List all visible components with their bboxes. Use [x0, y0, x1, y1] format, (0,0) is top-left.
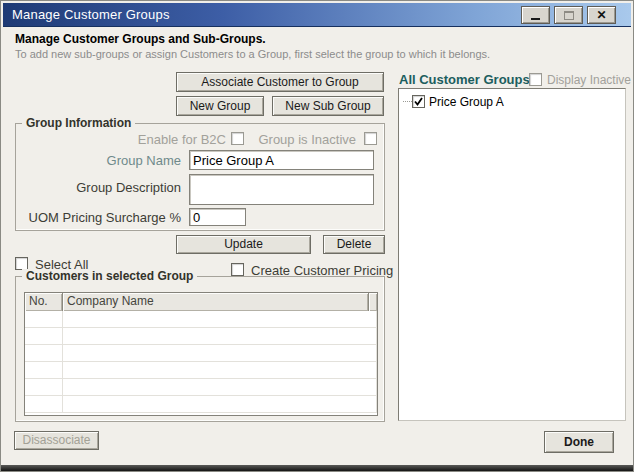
new-sub-group-button[interactable]: New Sub Group: [272, 96, 384, 116]
associate-customer-button[interactable]: Associate Customer to Group: [176, 72, 384, 92]
cell-no: [25, 328, 63, 344]
display-inactive-label: Display Inactive: [547, 73, 631, 87]
window-bottom-edge: [1, 465, 633, 471]
uom-surcharge-label: UOM Pricing Surcharge %: [19, 210, 181, 225]
table-row[interactable]: [25, 362, 377, 379]
customer-table: No. Company Name: [24, 292, 378, 416]
table-row[interactable]: [25, 379, 377, 396]
display-inactive-checkbox[interactable]: [529, 73, 542, 86]
minimize-icon: [531, 18, 540, 20]
cell-no: [25, 311, 63, 327]
tree-item-checkbox[interactable]: [412, 95, 425, 108]
group-information-legend: Group Information: [22, 116, 135, 130]
group-tree[interactable]: Price Group A: [398, 88, 626, 421]
minimize-button[interactable]: [521, 6, 550, 24]
tree-branch-line: [403, 101, 412, 102]
cell-no: [25, 396, 63, 412]
disassociate-button[interactable]: Disassociate: [14, 431, 99, 450]
cell-company-name: [63, 379, 377, 395]
delete-button[interactable]: Delete: [323, 235, 385, 254]
create-customer-pricing-checkbox[interactable]: [231, 263, 244, 276]
cell-company-name: [63, 345, 377, 361]
cell-no: [25, 362, 63, 378]
cell-company-name: [63, 396, 377, 412]
group-inactive-label: Group is Inactive: [256, 132, 356, 147]
dialog-manage-customer-groups: Manage Customer Groups ✕ Manage Customer…: [0, 0, 634, 472]
close-button[interactable]: ✕: [587, 6, 616, 24]
window-title: Manage Customer Groups: [12, 7, 170, 22]
table-row[interactable]: [25, 345, 377, 362]
all-customer-groups-title: All Customer Groups: [399, 72, 530, 87]
done-button[interactable]: Done: [544, 431, 614, 453]
page-title: Manage Customer Groups and Sub-Groups.: [15, 32, 266, 46]
cell-company-name: [63, 362, 377, 378]
customers-legend: Customers in selected Group: [22, 269, 197, 283]
group-inactive-checkbox[interactable]: [364, 132, 377, 145]
cell-no: [25, 345, 63, 361]
table-row[interactable]: [25, 328, 377, 345]
check-icon: [414, 97, 423, 106]
table-row[interactable]: [25, 311, 377, 328]
column-header-no[interactable]: No.: [25, 293, 63, 311]
enable-b2c-checkbox[interactable]: [231, 132, 244, 145]
close-icon: ✕: [596, 9, 606, 21]
customer-table-header: No. Company Name: [25, 293, 377, 311]
group-name-input[interactable]: [189, 150, 374, 170]
table-row[interactable]: [25, 396, 377, 413]
page-subtitle: To add new sub-groups or assign Customer…: [15, 48, 490, 60]
window-controls: ✕: [521, 6, 616, 24]
new-group-button[interactable]: New Group: [176, 96, 264, 116]
maximize-icon: [564, 11, 574, 20]
group-description-textarea[interactable]: [189, 174, 374, 205]
uom-surcharge-input[interactable]: [189, 208, 246, 226]
enable-b2c-label: Enable for B2C: [126, 132, 226, 147]
group-description-label: Group Description: [31, 180, 181, 195]
column-header-spacer: [369, 293, 377, 311]
update-button[interactable]: Update: [176, 235, 311, 254]
tree-item-label: Price Group A: [429, 95, 504, 109]
cell-no: [25, 379, 63, 395]
titlebar[interactable]: Manage Customer Groups ✕: [3, 3, 631, 27]
cell-company-name: [63, 311, 377, 327]
maximize-button[interactable]: [554, 6, 583, 24]
tree-item[interactable]: Price Group A: [399, 93, 625, 110]
group-name-label: Group Name: [59, 153, 181, 168]
cell-company-name: [63, 328, 377, 344]
column-header-company-name[interactable]: Company Name: [63, 293, 369, 311]
customer-table-body: [25, 311, 377, 415]
